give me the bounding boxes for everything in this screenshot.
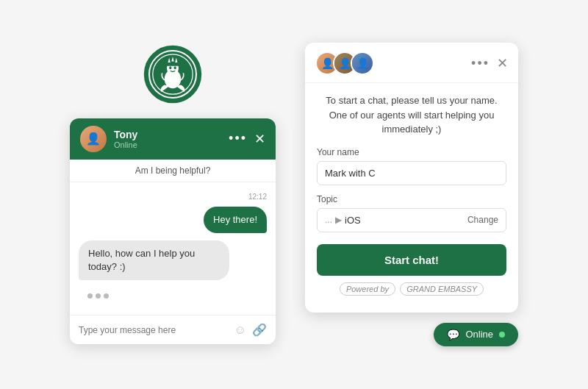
- powered-by-label: Powered by: [340, 282, 395, 296]
- typing-indicator: [79, 288, 118, 304]
- typing-dot-1: [87, 293, 93, 299]
- chat-bubble-icon: 💬: [447, 329, 459, 340]
- name-input[interactable]: [317, 161, 506, 185]
- name-label: Your name: [317, 147, 506, 157]
- right-panel: 👤 👤 👤 ••• ✕ To start a chat, please tell…: [305, 43, 518, 346]
- powered-by: Powered by GRAND EMBASSY: [317, 285, 506, 302]
- group-avatars: 👤 👤 👤: [315, 51, 374, 75]
- attachment-icon[interactable]: 🔗: [252, 323, 267, 337]
- agent-name: Tony: [114, 129, 221, 140]
- typing-dot-2: [96, 293, 101, 299]
- topic-arrow-icon: ▶: [335, 215, 342, 225]
- online-dot-indicator: [499, 332, 505, 338]
- svg-point-8: [169, 66, 171, 69]
- pre-chat-header: 👤 👤 👤 ••• ✕: [305, 43, 518, 83]
- chat-input[interactable]: [79, 325, 229, 335]
- pre-chat-widget: 👤 👤 👤 ••• ✕ To start a chat, please tell…: [305, 43, 518, 313]
- message-row-sent: 12:12 Hey there!: [79, 193, 267, 233]
- left-panel: 👤 Tony Online ••• ✕ Am I being helpful? …: [70, 45, 276, 345]
- pre-chat-menu-dots-icon[interactable]: •••: [471, 56, 490, 71]
- message-bubble-sent: Hey there!: [204, 207, 267, 233]
- pre-chat-body: To start a chat, please tell us your nam…: [305, 83, 518, 313]
- chat-input-area: ☺ 🔗: [70, 315, 276, 344]
- chat-messages: 12:12 Hey there! Hello, how can I help y…: [70, 182, 276, 315]
- topic-row: ... ▶ iOS Change: [317, 208, 506, 232]
- pre-chat-header-actions: ••• ✕: [471, 55, 508, 71]
- menu-dots-icon[interactable]: •••: [229, 131, 247, 146]
- topic-ellipsis: ...: [325, 215, 332, 225]
- typing-dot-3: [104, 293, 109, 299]
- message-time: 12:12: [79, 193, 267, 201]
- agent-status: Online: [114, 140, 221, 149]
- online-label: Online: [465, 329, 493, 340]
- group-avatar-3: 👤: [351, 51, 374, 75]
- message-bubble-received: Hello, how can I help you today? :): [79, 240, 229, 280]
- chat-header: 👤 Tony Online ••• ✕: [70, 118, 276, 160]
- start-chat-button[interactable]: Start chat!: [317, 244, 506, 276]
- input-icons: ☺ 🔗: [234, 323, 267, 337]
- close-icon[interactable]: ✕: [254, 131, 265, 147]
- agent-info: Tony Online: [114, 129, 221, 149]
- topic-label: Topic: [317, 194, 506, 204]
- emoji-icon[interactable]: ☺: [234, 324, 246, 337]
- message-row-received: Hello, how can I help you today? :): [79, 240, 267, 280]
- topic-name: iOS: [345, 215, 361, 226]
- welcome-text: To start a chat, please tell us your nam…: [317, 93, 506, 137]
- header-actions: ••• ✕: [229, 131, 265, 147]
- topic-path: ... ▶ iOS: [325, 215, 467, 226]
- agent-avatar: 👤: [80, 126, 107, 152]
- online-badge[interactable]: 💬 Online: [434, 323, 518, 346]
- pre-chat-close-icon[interactable]: ✕: [497, 55, 508, 71]
- brand-embassy-badge: GRAND EMBASSY: [400, 282, 484, 296]
- helpful-bar: Am I being helpful?: [70, 160, 276, 182]
- starbucks-logo: [143, 45, 202, 104]
- change-topic-button[interactable]: Change: [467, 215, 498, 225]
- agent-avatar-image: 👤: [80, 126, 107, 152]
- chat-widget: 👤 Tony Online ••• ✕ Am I being helpful? …: [70, 118, 276, 345]
- svg-point-9: [174, 66, 176, 69]
